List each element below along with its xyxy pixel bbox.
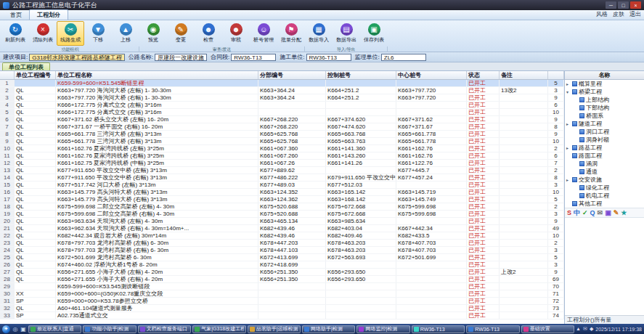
table-row[interactable]: 6 QL K667+371.62 桥头立交大桥 (左幅) 16- 20m K66… (0, 116, 564, 123)
tree-item[interactable]: 机电工程 (565, 192, 644, 200)
toolbar-button[interactable]: ▦ 数据导入 (305, 21, 333, 46)
header-count[interactable] (548, 71, 564, 79)
table-row[interactable]: 30 XX K659+000+600=(G50)K02.78重庆立交段 已开工 … (0, 290, 564, 298)
tree-tool-icon[interactable]: ✓ (582, 209, 588, 216)
header-code[interactable]: 单位工程编号 (15, 71, 56, 79)
table-row[interactable]: 32 QL A60+461.104隧道式测量服务 已开工 73 (0, 305, 564, 312)
start-button[interactable]: ✦ (2, 325, 10, 333)
filter-value-box[interactable]: RW36-T13 (231, 54, 276, 61)
toolbar-button[interactable]: ▼ 下移 (84, 21, 112, 46)
toolbar-button[interactable]: ✂ 线路生成 (57, 21, 84, 46)
table-row[interactable]: 22 QL K682+442.34 观音岩大桥 (左幅) 30m*14m K68… (0, 232, 564, 240)
header-note[interactable]: 备注 (500, 71, 548, 79)
filter-value-box[interactable]: ZL6 (381, 54, 426, 61)
expand-arrow-icon[interactable]: ▸ (566, 177, 571, 182)
taskbar-item[interactable]: RW36-T13 (412, 325, 465, 333)
table-row[interactable]: 27 QL K656+271.655 小海子大桥 (左幅) 4- 20m K65… (0, 269, 564, 276)
tree-tool-icon[interactable]: ★ (621, 209, 627, 216)
header-rownum[interactable] (0, 71, 15, 79)
quick-launch-icon[interactable]: ◎ (12, 325, 19, 333)
tree-item[interactable]: ▾ 桥梁工程 (565, 88, 644, 96)
table-row[interactable]: 29 K659-599+600=K53.545测设断链段 已开工 70 (0, 283, 564, 290)
tree-item[interactable]: ▸ 概算里程 (565, 80, 644, 88)
table-row[interactable]: 33 SP A02.735通道式立交 已开工 74 (0, 312, 564, 319)
header-status[interactable]: 状态 (467, 71, 500, 79)
toolbar-button[interactable]: ↻ 刷新列表 (1, 21, 29, 46)
table-row[interactable]: 24 QL K678+797.703 龙湾村高架桥 (右幅) 6- 30m K6… (0, 247, 564, 254)
header-center-stake[interactable]: 中心桩号 (396, 71, 467, 79)
tree-tool-icon[interactable]: ✎ (614, 209, 619, 216)
toolbar-button[interactable]: ☻ 检查 (195, 21, 222, 46)
table-row[interactable]: 8 QL K665+661.778 三湾河大桥 (左幅) 3*13m K665+… (0, 131, 564, 138)
table-row[interactable]: 18 QL K675+599.698 二郎立交高架桥 (左幅) 4- 30m K… (0, 203, 564, 211)
table-row[interactable]: 12 QL K661+162.75 夏家湾跨线桥 (中幅) 3*25m K661… (0, 160, 564, 167)
table-row[interactable]: 5 QL K666+172.775 分离式立交 (右幅) 3*16m 已开工 1… (0, 109, 564, 116)
minimize-button[interactable]: ─ (606, 1, 616, 9)
taskbar-item[interactable]: 最近联系人|直通 (28, 325, 81, 333)
tree-item[interactable]: 绿化工程 (565, 184, 644, 192)
taskbar-item[interactable]: 网络监控|检测 (356, 325, 409, 333)
menu-link[interactable]: 退出 (629, 10, 641, 18)
tree-tool-icon[interactable]: ✉ (598, 209, 603, 216)
table-row[interactable]: 7 QL K667+371.67 一桥平面交 (右幅) 16- 20m K667… (0, 123, 564, 131)
header-sub[interactable]: 分部编号 (258, 71, 326, 79)
taskbar-item[interactable]: 文档检查服务端口 (138, 325, 191, 333)
expand-arrow-icon[interactable]: ▸ (566, 121, 571, 126)
table-row[interactable]: 16 QL K663+145.779 高头河特大桥 (左幅) 3*13m K66… (0, 189, 564, 196)
table-row[interactable]: 9 QL K665+661.778 三湾河大桥 (右幅) 3*13m K665+… (0, 138, 564, 145)
toolbar-button[interactable]: ☻ 审核 (222, 21, 250, 46)
tree-item[interactable]: ▸ 交安设施 (565, 176, 644, 184)
taskbar-item[interactable]: 网络助手|检测 (302, 325, 355, 333)
tray-icon[interactable]: ◆ (590, 326, 593, 332)
tree-item[interactable]: 通道 (565, 168, 644, 176)
toolbar-button[interactable]: ◉ 预览 (139, 21, 167, 46)
tree-item[interactable]: 路面工程 (565, 152, 644, 160)
menu-link[interactable]: 皮肤 (613, 10, 624, 18)
tree-item[interactable]: 洞身衬砌 (565, 136, 644, 144)
table-row[interactable]: 11 QL K661+162.76 夏家湾跨线桥 (右幅) 3*25m K661… (0, 152, 564, 160)
tree-tool-icon[interactable]: S (567, 209, 571, 216)
toolbar-button[interactable]: ⚑ 批量分配 (277, 21, 305, 46)
table-row[interactable]: 20 QL K663+963.634 天坝沟大桥 (左幅) 4- 30m K66… (0, 218, 564, 225)
tree-item[interactable]: 桥面系 (565, 112, 644, 120)
tree-tool-icon[interactable]: ▣ (605, 209, 611, 216)
toolbar-button[interactable]: ▲ 上移 (112, 21, 139, 46)
toolbar-button[interactable]: ▣ 保存列表 (360, 21, 388, 46)
tree-item[interactable]: 其他工程 (565, 200, 644, 208)
tray-icon[interactable]: ▲ (576, 326, 581, 332)
table-row[interactable]: 14 QL K677+911.650 平改立交中桥 (右幅) 3*13m K67… (0, 174, 564, 182)
table-row[interactable]: 2 QL K663+797.720 海沟河大桥 (左幅) 1- 30-30m K… (0, 87, 564, 94)
expand-arrow-icon[interactable]: ▾ (566, 89, 571, 94)
menu-tab[interactable]: 首页 (3, 10, 29, 20)
tree-item[interactable]: ▸ 隧道工程 (565, 120, 644, 128)
tree-item[interactable]: ▸ 路基工程 (565, 144, 644, 152)
header-control-stake[interactable]: 控制桩号 (326, 71, 396, 79)
tree-tool-icon[interactable]: Q (590, 209, 595, 216)
menu-link[interactable]: 风格 (596, 10, 608, 18)
tab-unit-project-list[interactable]: 单位工程列表 (2, 62, 50, 70)
taskbar-item[interactable]: 品茗助手|运维检测 (248, 325, 301, 333)
close-button[interactable]: × (630, 1, 641, 9)
filter-value-box[interactable]: 原建段一改建设施 (155, 54, 207, 61)
table-row[interactable]: 25 QL K672+501.699 龙湾村高架桥 6- 30m K672+41… (0, 254, 564, 261)
tree-item[interactable]: 上部结构 (565, 96, 644, 104)
tray-icon[interactable]: ✉ (583, 326, 587, 332)
tree-item[interactable]: 洞口工程 (565, 128, 644, 136)
table-row[interactable]: 15 QL K677+517.742 河口大桥 (左幅) 3*13m K677+… (0, 182, 564, 189)
table-row[interactable]: 19 QL K675+599.698 二郎立交高架桥 (右幅) 4- 30m K… (0, 211, 564, 218)
taskbar-item[interactable]: 气象|G318改建工程施工 信息... (192, 325, 245, 333)
table-row[interactable]: 3 QL K663+797.720 海沟河大桥 (右幅) 1- 30-30m K… (0, 94, 564, 102)
toolbar-button[interactable]: × 清除列表 (29, 21, 57, 46)
header-name[interactable]: 单位工程名称 (56, 71, 258, 79)
table-row[interactable]: 17 QL K663+145.779 高头河特大桥 (右幅) 3*13m K66… (0, 196, 564, 203)
expand-arrow-icon[interactable]: ▸ (566, 81, 571, 86)
table-row[interactable]: 10 QL K661+162.76 夏家湾跨线桥 (左幅) 3*25m K661… (0, 145, 564, 152)
menu-tab[interactable]: 工程划分 (29, 9, 68, 20)
table-row[interactable]: 21 QL K663+962.634 天坝沟大桥 (右幅) 4- 30m=140… (0, 225, 564, 232)
toolbar-button[interactable]: ▤ 数据导出 (333, 21, 360, 46)
table-row[interactable]: 28 QL K656+271.655 小海子大桥 (右幅) 4- 20m K65… (0, 276, 564, 283)
filter-value-box[interactable]: RW36-T13 (306, 54, 351, 61)
tree-tool-icon[interactable]: 中 (574, 208, 580, 218)
taskbar-item[interactable]: RW36-T13 (466, 325, 519, 333)
tree-item[interactable]: 下部结构 (565, 104, 644, 112)
